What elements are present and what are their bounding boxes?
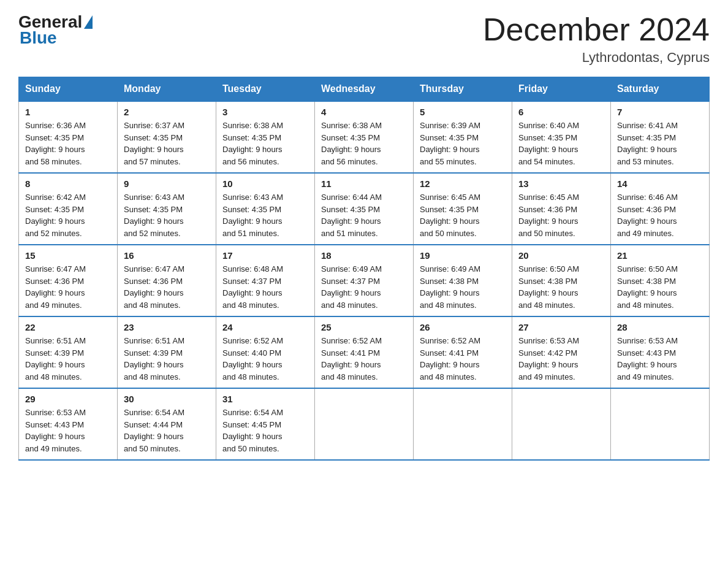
- day-info: Sunrise: 6:43 AM Sunset: 4:35 PM Dayligh…: [222, 191, 308, 239]
- day-info: Sunrise: 6:39 AM Sunset: 4:35 PM Dayligh…: [420, 120, 506, 167]
- day-number: 22: [25, 322, 111, 332]
- day-info: Sunrise: 6:36 AM Sunset: 4:35 PM Dayligh…: [25, 120, 111, 167]
- day-info: Sunrise: 6:43 AM Sunset: 4:35 PM Dayligh…: [124, 191, 210, 239]
- day-number: 16: [124, 250, 210, 261]
- day-number: 26: [420, 322, 506, 332]
- calendar-cell: 23 Sunrise: 6:51 AM Sunset: 4:39 PM Dayl…: [118, 316, 216, 388]
- day-number: 14: [617, 178, 703, 189]
- day-number: 3: [222, 107, 308, 117]
- day-info: Sunrise: 6:52 AM Sunset: 4:41 PM Dayligh…: [321, 335, 407, 383]
- day-number: 23: [124, 322, 210, 332]
- day-number: 12: [420, 178, 506, 189]
- day-number: 17: [222, 250, 308, 261]
- calendar-cell: 31 Sunrise: 6:54 AM Sunset: 4:45 PM Dayl…: [216, 388, 315, 460]
- calendar-week-row: 29 Sunrise: 6:53 AM Sunset: 4:43 PM Dayl…: [19, 388, 710, 460]
- calendar-cell: 4 Sunrise: 6:38 AM Sunset: 4:35 PM Dayli…: [315, 101, 414, 173]
- day-number: 30: [124, 394, 210, 404]
- calendar-cell: 15 Sunrise: 6:47 AM Sunset: 4:36 PM Dayl…: [19, 245, 118, 316]
- weekday-header-wednesday: Wednesday: [315, 77, 414, 102]
- day-info: Sunrise: 6:52 AM Sunset: 4:41 PM Dayligh…: [420, 335, 506, 383]
- calendar-cell: 17 Sunrise: 6:48 AM Sunset: 4:37 PM Dayl…: [216, 245, 315, 316]
- calendar-cell: 8 Sunrise: 6:42 AM Sunset: 4:35 PM Dayli…: [19, 173, 118, 245]
- day-info: Sunrise: 6:45 AM Sunset: 4:35 PM Dayligh…: [420, 191, 506, 239]
- calendar-cell: [512, 388, 611, 460]
- day-info: Sunrise: 6:50 AM Sunset: 4:38 PM Dayligh…: [518, 263, 604, 311]
- title-area: December 2024 Lythrodontas, Cyprus: [483, 12, 710, 66]
- weekday-header-monday: Monday: [118, 77, 216, 102]
- day-info: Sunrise: 6:37 AM Sunset: 4:35 PM Dayligh…: [124, 120, 210, 167]
- day-info: Sunrise: 6:51 AM Sunset: 4:39 PM Dayligh…: [25, 335, 111, 383]
- calendar-week-row: 1 Sunrise: 6:36 AM Sunset: 4:35 PM Dayli…: [19, 101, 710, 173]
- day-info: Sunrise: 6:42 AM Sunset: 4:35 PM Dayligh…: [25, 191, 111, 239]
- calendar-cell: 9 Sunrise: 6:43 AM Sunset: 4:35 PM Dayli…: [118, 173, 216, 245]
- day-number: 20: [518, 250, 604, 261]
- day-number: 18: [321, 250, 407, 261]
- logo-triangle-icon: [84, 15, 93, 29]
- day-info: Sunrise: 6:44 AM Sunset: 4:35 PM Dayligh…: [321, 191, 407, 239]
- weekday-header-saturday: Saturday: [611, 77, 710, 102]
- weekday-header-row: SundayMondayTuesdayWednesdayThursdayFrid…: [19, 77, 710, 102]
- weekday-header-thursday: Thursday: [414, 77, 512, 102]
- day-number: 13: [518, 178, 604, 189]
- day-number: 7: [617, 107, 703, 117]
- calendar-cell: 24 Sunrise: 6:52 AM Sunset: 4:40 PM Dayl…: [216, 316, 315, 388]
- day-number: 28: [617, 322, 703, 332]
- day-info: Sunrise: 6:38 AM Sunset: 4:35 PM Dayligh…: [222, 120, 308, 167]
- day-number: 25: [321, 322, 407, 332]
- calendar-cell: [611, 388, 710, 460]
- day-number: 5: [420, 107, 506, 117]
- day-number: 19: [420, 250, 506, 261]
- calendar-cell: 25 Sunrise: 6:52 AM Sunset: 4:41 PM Dayl…: [315, 316, 414, 388]
- calendar-week-row: 15 Sunrise: 6:47 AM Sunset: 4:36 PM Dayl…: [19, 245, 710, 316]
- day-info: Sunrise: 6:41 AM Sunset: 4:35 PM Dayligh…: [617, 120, 703, 167]
- day-number: 11: [321, 178, 407, 189]
- day-number: 4: [321, 107, 407, 117]
- day-number: 10: [222, 178, 308, 189]
- calendar-cell: 1 Sunrise: 6:36 AM Sunset: 4:35 PM Dayli…: [19, 101, 118, 173]
- calendar-cell: 2 Sunrise: 6:37 AM Sunset: 4:35 PM Dayli…: [118, 101, 216, 173]
- calendar-cell: 3 Sunrise: 6:38 AM Sunset: 4:35 PM Dayli…: [216, 101, 315, 173]
- day-info: Sunrise: 6:49 AM Sunset: 4:38 PM Dayligh…: [420, 263, 506, 311]
- day-info: Sunrise: 6:51 AM Sunset: 4:39 PM Dayligh…: [124, 335, 210, 383]
- day-number: 31: [222, 394, 308, 404]
- calendar-subtitle: Lythrodontas, Cyprus: [483, 50, 710, 66]
- calendar-week-row: 22 Sunrise: 6:51 AM Sunset: 4:39 PM Dayl…: [19, 316, 710, 388]
- calendar-cell: 20 Sunrise: 6:50 AM Sunset: 4:38 PM Dayl…: [512, 245, 611, 316]
- calendar-table: SundayMondayTuesdayWednesdayThursdayFrid…: [18, 77, 710, 461]
- day-number: 24: [222, 322, 308, 332]
- calendar-cell: 18 Sunrise: 6:49 AM Sunset: 4:37 PM Dayl…: [315, 245, 414, 316]
- day-info: Sunrise: 6:40 AM Sunset: 4:35 PM Dayligh…: [518, 120, 604, 167]
- logo-blue-text: Blue: [20, 28, 57, 48]
- day-info: Sunrise: 6:53 AM Sunset: 4:43 PM Dayligh…: [617, 335, 703, 383]
- day-info: Sunrise: 6:46 AM Sunset: 4:36 PM Dayligh…: [617, 191, 703, 239]
- calendar-cell: 7 Sunrise: 6:41 AM Sunset: 4:35 PM Dayli…: [611, 101, 710, 173]
- calendar-cell: 28 Sunrise: 6:53 AM Sunset: 4:43 PM Dayl…: [611, 316, 710, 388]
- calendar-week-row: 8 Sunrise: 6:42 AM Sunset: 4:35 PM Dayli…: [19, 173, 710, 245]
- calendar-title: December 2024: [483, 12, 710, 47]
- day-number: 29: [25, 394, 111, 404]
- weekday-header-tuesday: Tuesday: [216, 77, 315, 102]
- page-header: General Blue December 2024 Lythrodontas,…: [18, 12, 710, 66]
- day-info: Sunrise: 6:52 AM Sunset: 4:40 PM Dayligh…: [222, 335, 308, 383]
- day-info: Sunrise: 6:49 AM Sunset: 4:37 PM Dayligh…: [321, 263, 407, 311]
- calendar-cell: 30 Sunrise: 6:54 AM Sunset: 4:44 PM Dayl…: [118, 388, 216, 460]
- weekday-header-sunday: Sunday: [19, 77, 118, 102]
- day-number: 1: [25, 107, 111, 117]
- calendar-cell: 29 Sunrise: 6:53 AM Sunset: 4:43 PM Dayl…: [19, 388, 118, 460]
- day-number: 2: [124, 107, 210, 117]
- day-info: Sunrise: 6:38 AM Sunset: 4:35 PM Dayligh…: [321, 120, 407, 167]
- day-info: Sunrise: 6:50 AM Sunset: 4:38 PM Dayligh…: [617, 263, 703, 311]
- day-info: Sunrise: 6:54 AM Sunset: 4:44 PM Dayligh…: [124, 407, 210, 454]
- calendar-cell: 21 Sunrise: 6:50 AM Sunset: 4:38 PM Dayl…: [611, 245, 710, 316]
- calendar-cell: 13 Sunrise: 6:45 AM Sunset: 4:36 PM Dayl…: [512, 173, 611, 245]
- calendar-cell: [315, 388, 414, 460]
- day-info: Sunrise: 6:54 AM Sunset: 4:45 PM Dayligh…: [222, 407, 308, 454]
- weekday-header-friday: Friday: [512, 77, 611, 102]
- calendar-cell: 27 Sunrise: 6:53 AM Sunset: 4:42 PM Dayl…: [512, 316, 611, 388]
- calendar-cell: 14 Sunrise: 6:46 AM Sunset: 4:36 PM Dayl…: [611, 173, 710, 245]
- day-number: 8: [25, 178, 111, 189]
- logo: General Blue: [18, 12, 93, 48]
- day-info: Sunrise: 6:53 AM Sunset: 4:42 PM Dayligh…: [518, 335, 604, 383]
- day-info: Sunrise: 6:53 AM Sunset: 4:43 PM Dayligh…: [25, 407, 111, 454]
- calendar-cell: 6 Sunrise: 6:40 AM Sunset: 4:35 PM Dayli…: [512, 101, 611, 173]
